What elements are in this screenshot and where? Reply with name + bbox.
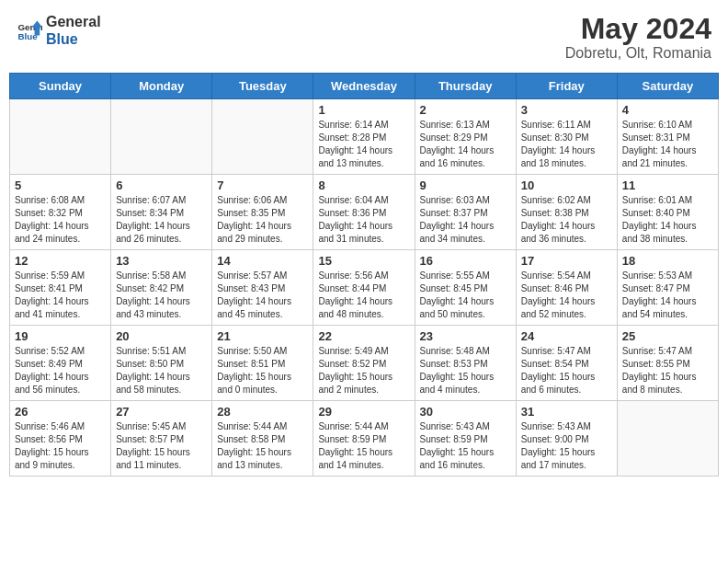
day-number: 21 <box>217 329 308 343</box>
day-info: Sunrise: 5:50 AM Sunset: 8:51 PM Dayligh… <box>217 345 308 396</box>
calendar-cell: 7Sunrise: 6:06 AM Sunset: 8:35 PM Daylig… <box>212 175 313 250</box>
calendar-cell: 13Sunrise: 5:58 AM Sunset: 8:42 PM Dayli… <box>111 250 212 326</box>
calendar-cell: 22Sunrise: 5:49 AM Sunset: 8:52 PM Dayli… <box>313 326 415 401</box>
calendar-cell: 18Sunrise: 5:53 AM Sunset: 8:47 PM Dayli… <box>617 250 718 326</box>
day-number: 4 <box>622 103 713 117</box>
calendar-cell: 29Sunrise: 5:44 AM Sunset: 8:59 PM Dayli… <box>313 401 415 477</box>
day-info: Sunrise: 5:46 AM Sunset: 8:56 PM Dayligh… <box>15 420 106 472</box>
calendar-cell <box>10 99 111 175</box>
day-info: Sunrise: 6:13 AM Sunset: 8:29 PM Dayligh… <box>420 119 511 170</box>
day-info: Sunrise: 5:49 AM Sunset: 8:52 PM Dayligh… <box>318 345 409 396</box>
calendar-cell: 17Sunrise: 5:54 AM Sunset: 8:46 PM Dayli… <box>516 250 617 326</box>
weekday-header: Thursday <box>415 74 516 99</box>
day-info: Sunrise: 5:43 AM Sunset: 8:59 PM Dayligh… <box>420 420 511 472</box>
calendar-cell: 5Sunrise: 6:08 AM Sunset: 8:32 PM Daylig… <box>10 175 111 250</box>
day-info: Sunrise: 5:53 AM Sunset: 8:47 PM Dayligh… <box>622 270 713 321</box>
day-info: Sunrise: 5:45 AM Sunset: 8:57 PM Dayligh… <box>116 420 207 472</box>
calendar-cell <box>111 99 212 175</box>
day-number: 13 <box>116 254 207 268</box>
day-info: Sunrise: 5:51 AM Sunset: 8:50 PM Dayligh… <box>116 345 207 396</box>
logo-icon: General Blue <box>17 17 42 43</box>
day-number: 31 <box>521 405 612 419</box>
location: Dobretu, Olt, Romania <box>565 45 711 62</box>
calendar-cell: 24Sunrise: 5:47 AM Sunset: 8:54 PM Dayli… <box>516 326 617 401</box>
day-number: 19 <box>15 329 106 343</box>
day-number: 28 <box>217 405 308 419</box>
calendar-week-row: 5Sunrise: 6:08 AM Sunset: 8:32 PM Daylig… <box>10 175 719 250</box>
day-info: Sunrise: 5:48 AM Sunset: 8:53 PM Dayligh… <box>420 345 511 396</box>
day-number: 8 <box>318 178 409 192</box>
day-info: Sunrise: 5:43 AM Sunset: 9:00 PM Dayligh… <box>521 420 612 472</box>
day-number: 30 <box>420 405 511 419</box>
calendar-week-row: 1Sunrise: 6:14 AM Sunset: 8:28 PM Daylig… <box>10 99 719 175</box>
title-section: May 2024 Dobretu, Olt, Romania <box>565 13 711 62</box>
calendar-week-row: 12Sunrise: 5:59 AM Sunset: 8:41 PM Dayli… <box>10 250 719 326</box>
calendar-cell <box>212 99 313 175</box>
logo-line1: General <box>46 13 101 30</box>
day-info: Sunrise: 5:52 AM Sunset: 8:49 PM Dayligh… <box>15 345 106 396</box>
day-info: Sunrise: 6:10 AM Sunset: 8:31 PM Dayligh… <box>622 119 713 170</box>
calendar-cell: 16Sunrise: 5:55 AM Sunset: 8:45 PM Dayli… <box>415 250 516 326</box>
weekday-header: Sunday <box>10 74 111 99</box>
day-info: Sunrise: 6:03 AM Sunset: 8:37 PM Dayligh… <box>420 194 511 246</box>
day-info: Sunrise: 5:59 AM Sunset: 8:41 PM Dayligh… <box>15 270 106 321</box>
calendar-cell: 26Sunrise: 5:46 AM Sunset: 8:56 PM Dayli… <box>10 401 111 477</box>
day-number: 23 <box>420 329 511 343</box>
day-info: Sunrise: 6:07 AM Sunset: 8:34 PM Dayligh… <box>116 194 207 246</box>
calendar-cell: 2Sunrise: 6:13 AM Sunset: 8:29 PM Daylig… <box>415 99 516 175</box>
logo-line2: Blue <box>46 30 101 48</box>
day-info: Sunrise: 5:44 AM Sunset: 8:59 PM Dayligh… <box>318 420 409 472</box>
day-number: 6 <box>116 178 207 192</box>
day-info: Sunrise: 5:47 AM Sunset: 8:55 PM Dayligh… <box>622 345 713 396</box>
day-number: 14 <box>217 254 308 268</box>
day-number: 20 <box>116 329 207 343</box>
calendar-cell: 1Sunrise: 6:14 AM Sunset: 8:28 PM Daylig… <box>313 99 415 175</box>
day-number: 1 <box>318 103 409 117</box>
weekday-header: Tuesday <box>212 74 313 99</box>
calendar-cell: 11Sunrise: 6:01 AM Sunset: 8:40 PM Dayli… <box>617 175 718 250</box>
day-number: 9 <box>420 178 511 192</box>
weekday-header: Saturday <box>617 74 718 99</box>
calendar-cell: 31Sunrise: 5:43 AM Sunset: 9:00 PM Dayli… <box>516 401 617 477</box>
calendar-cell: 25Sunrise: 5:47 AM Sunset: 8:55 PM Dayli… <box>617 326 718 401</box>
day-number: 12 <box>15 254 106 268</box>
day-info: Sunrise: 5:58 AM Sunset: 8:42 PM Dayligh… <box>116 270 207 321</box>
day-number: 22 <box>318 329 409 343</box>
calendar-cell: 9Sunrise: 6:03 AM Sunset: 8:37 PM Daylig… <box>415 175 516 250</box>
calendar-cell: 6Sunrise: 6:07 AM Sunset: 8:34 PM Daylig… <box>111 175 212 250</box>
calendar: SundayMondayTuesdayWednesdayThursdayFrid… <box>9 73 719 477</box>
day-number: 16 <box>420 254 511 268</box>
month-title: May 2024 <box>565 13 711 45</box>
calendar-cell: 15Sunrise: 5:56 AM Sunset: 8:44 PM Dayli… <box>313 250 415 326</box>
day-info: Sunrise: 6:14 AM Sunset: 8:28 PM Dayligh… <box>318 119 409 170</box>
calendar-cell: 20Sunrise: 5:51 AM Sunset: 8:50 PM Dayli… <box>111 326 212 401</box>
day-number: 11 <box>622 178 713 192</box>
day-number: 24 <box>521 329 612 343</box>
calendar-cell: 19Sunrise: 5:52 AM Sunset: 8:49 PM Dayli… <box>10 326 111 401</box>
day-info: Sunrise: 6:02 AM Sunset: 8:38 PM Dayligh… <box>521 194 612 246</box>
day-info: Sunrise: 6:08 AM Sunset: 8:32 PM Dayligh… <box>15 194 106 246</box>
calendar-cell: 21Sunrise: 5:50 AM Sunset: 8:51 PM Dayli… <box>212 326 313 401</box>
calendar-cell: 23Sunrise: 5:48 AM Sunset: 8:53 PM Dayli… <box>415 326 516 401</box>
day-info: Sunrise: 6:06 AM Sunset: 8:35 PM Dayligh… <box>217 194 308 246</box>
logo: General Blue General Blue <box>17 13 101 48</box>
day-info: Sunrise: 5:44 AM Sunset: 8:58 PM Dayligh… <box>217 420 308 472</box>
day-number: 17 <box>521 254 612 268</box>
day-info: Sunrise: 5:47 AM Sunset: 8:54 PM Dayligh… <box>521 345 612 396</box>
calendar-cell: 12Sunrise: 5:59 AM Sunset: 8:41 PM Dayli… <box>10 250 111 326</box>
day-info: Sunrise: 5:56 AM Sunset: 8:44 PM Dayligh… <box>318 270 409 321</box>
weekday-header: Monday <box>111 74 212 99</box>
calendar-cell: 30Sunrise: 5:43 AM Sunset: 8:59 PM Dayli… <box>415 401 516 477</box>
day-info: Sunrise: 5:54 AM Sunset: 8:46 PM Dayligh… <box>521 270 612 321</box>
calendar-cell: 10Sunrise: 6:02 AM Sunset: 8:38 PM Dayli… <box>516 175 617 250</box>
day-number: 7 <box>217 178 308 192</box>
day-number: 29 <box>318 405 409 419</box>
day-number: 18 <box>622 254 713 268</box>
calendar-cell: 27Sunrise: 5:45 AM Sunset: 8:57 PM Dayli… <box>111 401 212 477</box>
calendar-cell: 14Sunrise: 5:57 AM Sunset: 8:43 PM Dayli… <box>212 250 313 326</box>
calendar-cell: 8Sunrise: 6:04 AM Sunset: 8:36 PM Daylig… <box>313 175 415 250</box>
day-number: 25 <box>622 329 713 343</box>
day-number: 10 <box>521 178 612 192</box>
day-number: 27 <box>116 405 207 419</box>
day-number: 26 <box>15 405 106 419</box>
